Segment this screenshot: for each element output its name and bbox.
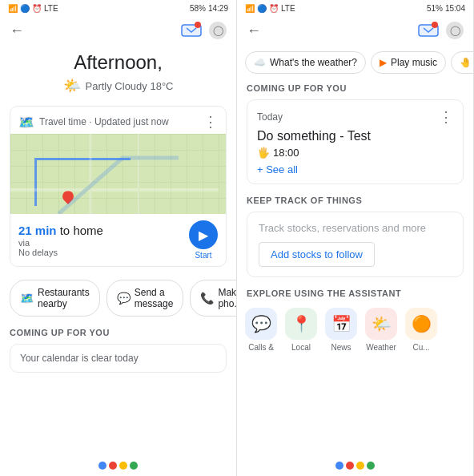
compass-icon-right[interactable]: ◯ [446,22,464,39]
explore-more[interactable]: 🟠 Cu... [405,308,437,352]
assistant-dots-left[interactable] [0,455,236,476]
travel-time-row: 21 min to home [18,224,103,238]
nav-bar-left: ← ◯ [0,16,236,45]
battery-right: 51% [427,4,443,13]
time-left: 14:29 [208,4,228,13]
assistant-notify-icon-left[interactable] [180,22,203,39]
coming-up-text-left: Your calendar is clear today [20,353,139,364]
weather-text: Partly Cloudy 18°C [86,80,174,92]
music-suggestion-icon: ▶ [380,57,387,68]
coming-up-label-right: COMING UP FOR YOU [237,80,473,96]
nav-bar-right: ← ◯ [237,16,473,45]
coming-up-label-left: COMING UP FOR YOU [0,323,236,341]
explore-label: EXPLORE USING THE ASSISTANT [237,285,473,301]
start-button[interactable]: ▶ [189,220,218,249]
travel-delays: No delays [18,248,103,257]
signal-icon-right: 📶 [245,4,255,13]
calls-label: Calls & [248,343,274,352]
travel-card-info: 21 min to home via No delays ▶ Start [10,214,226,266]
travel-card: 🗺️ Travel time · Updated just now ⋮ 21 m… [10,106,227,267]
quick-action-restaurants-label: Restaurantsnearby [38,287,90,309]
event-more-menu[interactable]: ⋮ [439,108,453,126]
travel-duration-value: 21 min [18,224,57,237]
explore-calls[interactable]: 💬 Calls & [245,308,277,352]
explore-grid: 💬 Calls & 📍 Local 📅 News 🌤️ Weather 🟠 [237,301,473,358]
travel-via: via [18,238,103,248]
back-button-right[interactable]: ← [247,22,261,39]
event-time-icon: 🖐️ [257,147,270,159]
quick-action-message[interactable]: 💬 Send amessage [106,280,184,317]
more-explore-label: Cu... [412,343,429,352]
news-label: News [331,343,351,352]
local-icon: 📍 [291,314,311,333]
start-container[interactable]: ▶ Start [189,220,218,260]
signal-icon: 📶 [8,4,18,13]
alarm-icon: ⏰ [32,4,42,13]
dot-green-right [367,462,375,470]
map-roads [10,134,226,214]
event-day-label: Today [257,111,283,123]
track-card: Track stocks, reservations and more Add … [247,212,464,277]
event-card: Today ⋮ Do something - Test 🖐️ 18:00 + S… [247,99,464,184]
assistant-notify-icon-right[interactable] [417,22,440,39]
explore-local[interactable]: 📍 Local [285,308,317,352]
suggestion-set[interactable]: 🤚 Set... [451,51,473,74]
quick-action-phone[interactable]: 📞 Mak...pho... [190,280,236,317]
suggestion-music[interactable]: ▶ Play music [371,51,446,74]
keep-track-label: KEEP TRACK OF THINGS [237,192,473,208]
back-button-left[interactable]: ← [10,22,24,39]
maps-icon: 🗺️ [18,115,34,130]
weather-explore-icon: 🌤️ [372,314,392,333]
bluetooth-icon: 🔵 [20,4,30,13]
svg-point-6 [432,22,438,28]
g-dots-right [335,462,375,470]
more-explore-icon: 🟠 [412,314,432,333]
battery-left: 58% [190,4,206,13]
dot-green-left [130,462,138,470]
weather-icon-circle: 🌤️ [365,308,397,340]
local-icon-circle: 📍 [285,308,317,340]
suggestion-pills-row: ☁️ What's the weather? ▶ Play music 🤚 Se… [237,45,473,80]
dot-blue-left [98,462,106,470]
status-right-left: 58% 14:29 [190,4,228,13]
event-time-row: 🖐️ 18:00 [257,147,453,159]
assistant-dots-right[interactable] [237,455,473,476]
message-icon: 💬 [117,292,130,305]
travel-duration: 21 min to home [18,224,103,237]
alarm-icon-right: ⏰ [269,4,279,13]
quick-action-restaurants[interactable]: 🗺️ Restaurantsnearby [10,280,100,317]
network-icon-right: LTE [281,4,295,13]
dot-yellow-left [119,462,127,470]
music-suggestion-label: Play music [391,57,437,68]
network-icon: LTE [44,4,58,13]
status-right-right: 51% 15:04 [427,4,465,13]
suggestion-weather[interactable]: ☁️ What's the weather? [245,51,366,74]
event-card-header: Today ⋮ [257,108,453,126]
weather-icon: 🌤️ [63,77,81,95]
right-panel: 📶 🔵 ⏰ LTE 51% 15:04 ← ◯ ☁️ What [237,0,474,476]
travel-more-menu[interactable]: ⋮ [203,113,218,131]
travel-card-header: 🗺️ Travel time · Updated just now ⋮ [10,107,226,134]
track-desc: Track stocks, reservations and more [259,222,452,234]
travel-details: 21 min to home via No delays [18,224,103,257]
dot-yellow-right [356,462,364,470]
travel-destination: to home [60,224,103,237]
map-area [10,134,226,214]
coming-up-card-left: Your calendar is clear today [10,344,227,373]
see-all-link[interactable]: + See all [257,163,453,175]
status-icons-left: 📶 🔵 ⏰ LTE [8,4,58,13]
explore-news[interactable]: 📅 News [325,308,357,352]
nav-icons-right: ◯ [417,22,464,39]
quick-actions-row: 🗺️ Restaurantsnearby 💬 Send amessage 📞 M… [0,273,236,323]
dot-red-right [346,462,354,470]
weather-row: 🌤️ Partly Cloudy 18°C [16,77,220,95]
travel-updated-text: Travel time · Updated just now [39,116,169,127]
more-icon-circle: 🟠 [405,308,437,340]
add-stocks-button[interactable]: Add stocks to follow [259,242,375,267]
explore-weather[interactable]: 🌤️ Weather [365,308,397,352]
g-dots-left [98,462,138,470]
compass-icon-left[interactable]: ◯ [209,22,227,39]
set-suggestion-icon: 🤚 [460,57,472,68]
time-right: 15:04 [445,4,465,13]
quick-action-phone-label: Mak...pho... [218,287,236,309]
